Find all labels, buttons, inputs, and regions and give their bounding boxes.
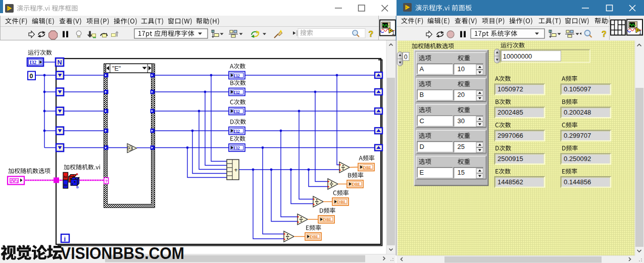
svg-text:I32: I32 [234, 145, 240, 150]
svg-text:0.299707: 0.299707 [564, 132, 591, 139]
svg-text:10000000: 10000000 [503, 52, 532, 60]
svg-text:C: C [420, 117, 424, 125]
svg-text:0.250092: 0.250092 [564, 155, 591, 163]
svg-text:2002485: 2002485 [498, 109, 523, 116]
svg-text:b: b [76, 185, 79, 189]
svg-text:+: + [234, 167, 238, 174]
svg-text:1050972: 1050972 [498, 85, 523, 93]
svg-text:10: 10 [458, 65, 465, 73]
svg-text:I32: I32 [234, 129, 240, 134]
svg-text:lo: lo [64, 183, 67, 187]
svg-text:15: 15 [458, 169, 465, 176]
svg-text:0.105097: 0.105097 [564, 85, 591, 93]
svg-text:B: B [420, 91, 424, 98]
svg-text:N: N [58, 59, 62, 66]
svg-text:I32: I32 [30, 60, 36, 65]
svg-text:VISIONBBS.COM: VISIONBBS.COM [61, 244, 184, 262]
svg-text:I32: I32 [234, 73, 240, 78]
svg-text:DBL: DBL [363, 165, 372, 170]
svg-text:?: ? [105, 178, 108, 184]
svg-text:I32: I32 [234, 90, 240, 95]
svg-text:1: 1 [392, 30, 395, 36]
svg-text:E: E [420, 169, 424, 176]
svg-text:DBL: DBL [337, 199, 346, 204]
svg-text:DBL: DBL [310, 234, 319, 239]
svg-text:20: 20 [458, 91, 465, 98]
svg-text:1448562: 1448562 [498, 178, 523, 186]
svg-text:i: i [64, 235, 66, 243]
svg-text:0: 0 [404, 54, 408, 61]
svg-text:I32: I32 [234, 109, 240, 114]
svg-text:1: 1 [639, 29, 642, 35]
svg-text:DBL: DBL [323, 217, 332, 222]
svg-text:+1: +1 [128, 146, 132, 150]
svg-text:0.144856: 0.144856 [564, 178, 591, 186]
svg-text:A: A [420, 65, 424, 73]
svg-text:0: 0 [30, 73, 33, 80]
svg-text:hi: hi [64, 175, 67, 179]
svg-text:0.200248: 0.200248 [564, 109, 591, 116]
svg-text:DBL: DBL [352, 182, 361, 187]
svg-text:2500915: 2500915 [498, 155, 523, 163]
svg-text:]: ] [17, 179, 18, 183]
svg-text:25: 25 [458, 143, 465, 150]
svg-text:?: ? [369, 30, 374, 38]
svg-text:D: D [420, 143, 424, 150]
svg-text:2997066: 2997066 [498, 132, 523, 139]
svg-text:30: 30 [458, 117, 465, 125]
svg-text:?: ? [602, 30, 607, 38]
svg-text:"E": "E" [112, 65, 121, 72]
